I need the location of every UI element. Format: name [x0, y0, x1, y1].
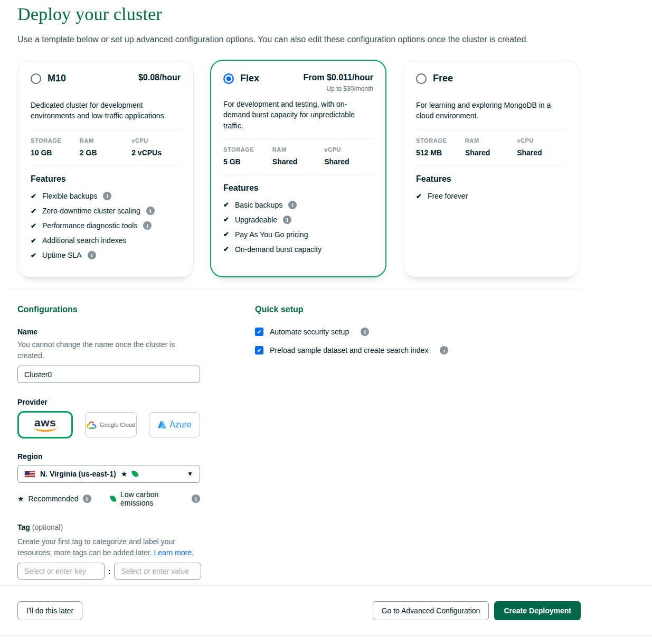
spec-value: 10 GB	[31, 148, 80, 157]
info-icon[interactable]: i	[361, 328, 369, 336]
cluster-name-input[interactable]	[17, 366, 200, 383]
provider-button-google-cloud[interactable]: Google Cloud	[85, 412, 136, 437]
us-flag-icon	[24, 471, 35, 478]
learn-more-link[interactable]: Learn more.	[154, 548, 193, 557]
spec-label: RAM	[465, 137, 517, 144]
info-icon[interactable]: i	[192, 494, 200, 503]
feature-item: ✔Free forever	[416, 192, 566, 200]
check-icon: ✔	[31, 251, 36, 259]
plan-card-header: Flex From $0.011/hour Up to $30/month	[223, 73, 373, 92]
features-list: ✔Free forever	[416, 192, 566, 200]
plan-price: $0.08/hour	[138, 73, 181, 82]
features-list: ✔Basic backupsi ✔Upgradeablei ✔Pay As Yo…	[223, 201, 373, 254]
provider-button-azure[interactable]: Azure	[149, 412, 200, 437]
plan-radio-free[interactable]	[416, 73, 427, 84]
quick-setup-heading: Quick setup	[255, 305, 448, 314]
region-legend: ★ Recommended i Low carbon emissions i	[17, 490, 200, 507]
features-title: Features	[416, 174, 566, 184]
spec-label: vCPU	[324, 146, 373, 153]
provider-options: aws Google Cloud	[17, 411, 200, 438]
plan-description: Dedicated cluster for development enviro…	[31, 100, 181, 122]
plan-description: For development and testing, with on-dem…	[223, 99, 373, 131]
aws-swoosh-icon	[34, 427, 57, 432]
features-title: Features	[223, 183, 373, 193]
info-icon[interactable]: i	[143, 221, 152, 230]
do-this-later-button[interactable]: I'll do this later	[17, 601, 82, 620]
check-icon: ✔	[223, 245, 229, 253]
create-deployment-button[interactable]: Create Deployment	[494, 601, 581, 620]
checkbox-label: Preload sample dataset and create search…	[270, 346, 428, 354]
info-icon[interactable]: i	[88, 251, 96, 259]
spec-value: 2 GB	[80, 148, 131, 157]
divider	[31, 165, 181, 165]
configurations-section: Configurations Name You cannot change th…	[17, 305, 200, 580]
spec-value: Shared	[517, 148, 566, 157]
plan-specs: STORAGE10 GB RAM2 GB vCPU2 vCPUs	[31, 137, 181, 157]
features-list: ✔Flexible backupsi ✔Zero-downtime cluste…	[31, 192, 181, 259]
tag-value-input[interactable]	[114, 563, 201, 580]
page-subtitle: Use a template below or set up advanced …	[17, 35, 581, 44]
tag-key-input[interactable]	[17, 563, 105, 580]
feature-label: Upgradeable	[235, 216, 277, 224]
feature-item: ✔Pay As You Go pricing	[223, 230, 373, 239]
info-icon[interactable]: i	[440, 346, 448, 354]
spec-value: Shared	[324, 157, 373, 166]
configurations-heading: Configurations	[17, 305, 200, 314]
advanced-configuration-button[interactable]: Go to Advanced Configuration	[373, 601, 489, 620]
feature-item: ✔Flexible backupsi	[31, 192, 181, 200]
automate-security-checkbox[interactable]: ✔	[255, 328, 263, 336]
feature-label: Performance diagnostic tools	[42, 221, 138, 230]
spec-label: STORAGE	[416, 137, 465, 144]
low-carbon-label: Low carbon emissions	[120, 490, 187, 507]
star-icon: ★	[121, 470, 128, 478]
spec-value: 2 vCPUs	[131, 148, 181, 157]
spec-value: 5 GB	[223, 157, 272, 166]
tag-section: Tag (optional) Create your first tag to …	[17, 522, 200, 580]
plan-card-flex[interactable]: Flex From $0.011/hour Up to $30/month Fo…	[210, 60, 386, 277]
feature-item: ✔Zero-downtime cluster scalingi	[31, 207, 181, 215]
spec-label: vCPU	[131, 137, 181, 144]
region-dropdown[interactable]: N. Virginia (us-east-1) ★ ▼	[17, 465, 200, 483]
tag-label: Tag	[17, 523, 30, 531]
google-cloud-logo-icon	[87, 421, 97, 429]
provider-button-aws[interactable]: aws	[17, 411, 73, 438]
plan-radio-flex[interactable]	[223, 73, 234, 84]
plan-card-m10[interactable]: M10 $0.08/hour Dedicated cluster for dev…	[17, 60, 194, 277]
plan-name: Flex	[240, 73, 259, 84]
info-icon[interactable]: i	[83, 494, 91, 503]
info-icon[interactable]: i	[288, 201, 297, 209]
feature-item: ✔Additional search indexes	[31, 236, 181, 245]
spec-label: STORAGE	[31, 137, 80, 144]
plan-card-free[interactable]: Free For learning and exploring MongoDB …	[403, 60, 579, 277]
feature-item: ✔Upgradeablei	[223, 216, 373, 224]
plan-specs: STORAGE5 GB RAMShared vCPUShared	[223, 146, 373, 166]
quick-setup-option: ✔ Preload sample dataset and create sear…	[255, 346, 448, 354]
feature-label: Additional search indexes	[42, 236, 127, 245]
plan-radio-m10[interactable]	[31, 73, 41, 84]
check-icon: ✔	[223, 230, 229, 238]
feature-item: ✔Uptime SLAi	[31, 251, 181, 259]
feature-label: Uptime SLA	[42, 251, 82, 259]
spec-label: RAM	[272, 146, 324, 153]
spec-label: RAM	[80, 137, 131, 144]
check-icon: ✔	[223, 216, 229, 223]
plan-price-sub: Up to $30/month	[304, 85, 374, 92]
info-icon[interactable]: i	[103, 192, 111, 200]
region-value: N. Virginia (us-east-1)	[40, 470, 116, 478]
tag-optional-label: (optional)	[32, 523, 63, 531]
feature-label: Pay As You Go pricing	[235, 230, 308, 239]
checkbox-label: Automate security setup	[270, 328, 349, 336]
divider	[416, 130, 566, 130]
spec-value: Shared	[272, 157, 324, 166]
aws-logo-icon: aws	[34, 418, 57, 432]
info-icon[interactable]: i	[146, 207, 155, 215]
spec-value: Shared	[465, 148, 517, 157]
preload-sample-dataset-checkbox[interactable]: ✔	[255, 346, 263, 354]
info-icon[interactable]: i	[283, 216, 291, 224]
divider	[31, 130, 181, 130]
tag-help-text: Create your first tag to categorize and …	[17, 536, 200, 558]
feature-label: Zero-downtime cluster scaling	[42, 207, 140, 215]
star-icon: ★	[17, 494, 24, 503]
plan-price: From $0.011/hour Up to $30/month	[304, 73, 374, 92]
spec-label: STORAGE	[223, 146, 272, 153]
